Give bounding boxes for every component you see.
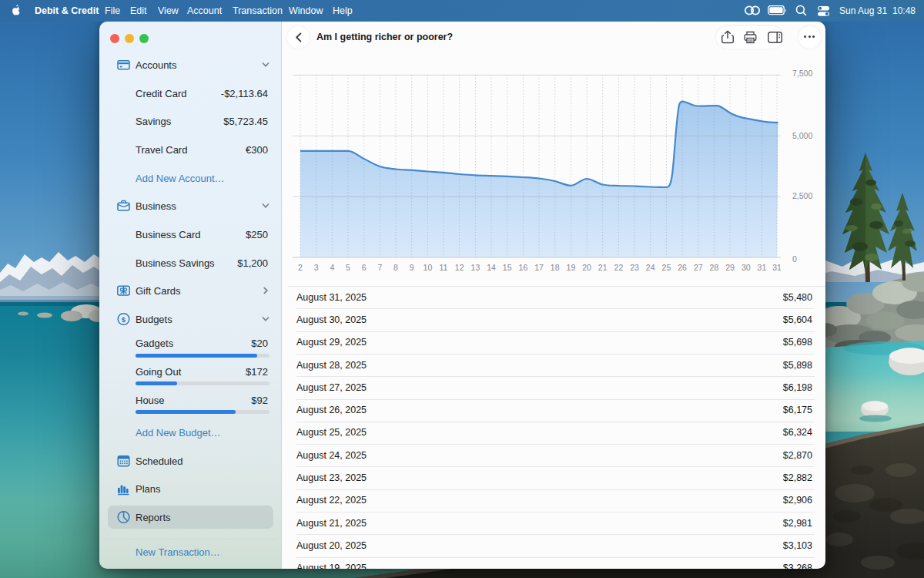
svg-text:10: 10	[424, 263, 433, 272]
svg-text:19: 19	[567, 263, 576, 272]
svg-text:2: 2	[298, 263, 303, 272]
svg-text:14: 14	[487, 263, 496, 272]
svg-text:11: 11	[440, 263, 448, 272]
svg-text:13: 13	[471, 263, 480, 272]
svg-text:25: 25	[662, 263, 671, 272]
svg-text:5,000: 5,000	[792, 131, 812, 140]
svg-text:3: 3	[314, 263, 319, 272]
svg-text:2,500: 2,500	[792, 191, 812, 200]
svg-text:17: 17	[534, 263, 544, 272]
svg-text:29: 29	[725, 263, 735, 272]
svg-text:7,500: 7,500	[792, 69, 812, 78]
svg-text:26: 26	[678, 263, 687, 272]
svg-text:16: 16	[519, 263, 528, 272]
svg-text:6: 6	[362, 263, 367, 272]
svg-text:20: 20	[582, 263, 591, 272]
svg-text:7: 7	[377, 263, 382, 272]
svg-text:4: 4	[330, 263, 334, 272]
svg-text:27: 27	[694, 263, 703, 272]
svg-text:15: 15	[503, 263, 512, 272]
svg-text:23: 23	[630, 263, 639, 272]
svg-text:31: 31	[758, 263, 767, 272]
svg-text:21: 21	[598, 263, 608, 272]
svg-text:18: 18	[551, 263, 560, 272]
svg-text:8: 8	[393, 263, 398, 272]
svg-text:24: 24	[646, 263, 655, 272]
svg-text:0: 0	[792, 254, 797, 264]
svg-text:$: $	[122, 314, 126, 323]
svg-text:5: 5	[346, 263, 350, 272]
svg-text:9: 9	[410, 263, 414, 272]
svg-text:22: 22	[614, 263, 624, 272]
svg-text:30: 30	[742, 263, 751, 272]
svg-text:12: 12	[455, 263, 464, 272]
svg-text:31: 31	[772, 263, 782, 272]
svg-text:28: 28	[710, 263, 719, 272]
